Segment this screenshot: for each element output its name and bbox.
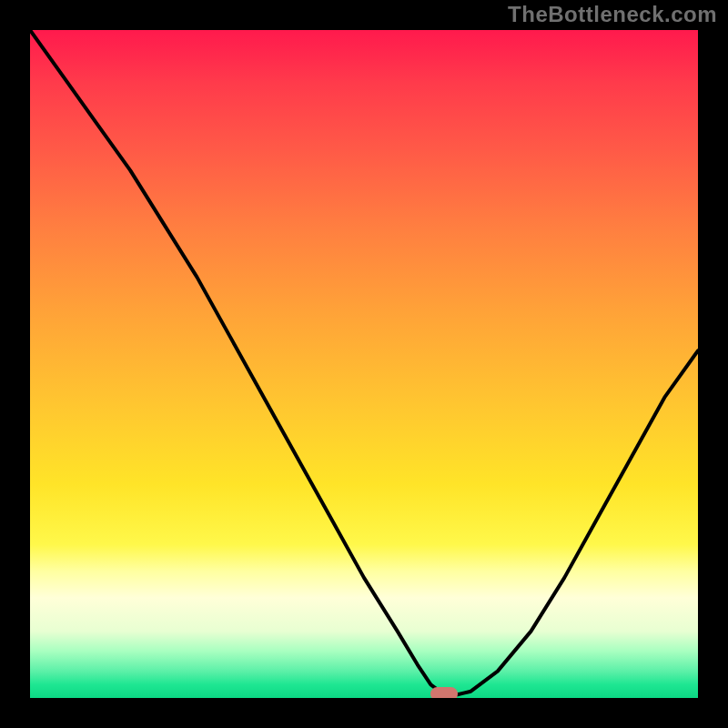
optimal-point-marker bbox=[430, 687, 458, 698]
watermark-text: TheBottleneck.com bbox=[508, 2, 717, 27]
bottleneck-curve-svg bbox=[30, 30, 698, 698]
chart-frame: TheBottleneck.com bbox=[0, 0, 728, 728]
plot-area bbox=[30, 30, 698, 698]
bottleneck-curve bbox=[30, 30, 698, 694]
